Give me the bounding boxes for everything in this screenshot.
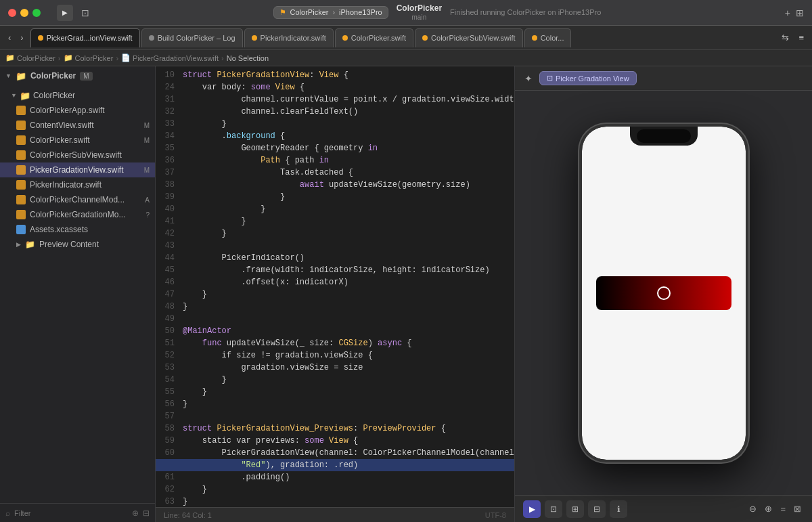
zoom-in-button[interactable]: ⊕ — [762, 502, 775, 515]
tab-1[interactable]: Build ColorPicker – Log — [141, 28, 243, 47]
sidebar-add-icon[interactable]: ⊕ — [132, 508, 139, 518]
sidebar-file-5[interactable]: PickerIndicator.swift — [0, 177, 155, 192]
line-content[interactable]: "Red"), gradation: .red) — [180, 459, 514, 471]
sidebar-file-6[interactable]: ColorPickerChannelMod...A — [0, 192, 155, 207]
breadcrumb-item-0[interactable]: 📁 ColorPicker — [5, 53, 55, 62]
sidebar-file-label: Preview Content — [39, 240, 99, 249]
tab-2[interactable]: PickerIndicator.swift — [244, 28, 334, 47]
fullscreen-button[interactable] — [32, 9, 41, 17]
code-content[interactable]: 10struct PickerGradationView: View {24 v… — [156, 66, 514, 507]
line-content[interactable] — [180, 240, 514, 252]
line-content[interactable]: Task.detached { — [180, 167, 514, 179]
line-content[interactable] — [180, 410, 514, 422]
sidebar-toggle[interactable]: ⊡ — [81, 7, 89, 18]
line-content[interactable]: channel.currentValue = point.x / gradati… — [180, 93, 514, 106]
line-content[interactable]: Path { path in — [180, 154, 514, 167]
sidebar-file-0[interactable]: ColorPickerApp.swift — [0, 103, 155, 118]
line-content[interactable]: struct PickerGradationView_Previews: Pre… — [180, 422, 514, 435]
line-content[interactable]: static var previews: some View { — [180, 435, 514, 447]
line-number: 41 — [156, 215, 180, 227]
minimize-button[interactable] — [20, 9, 28, 17]
preview-play-button[interactable]: ▶ — [523, 500, 541, 518]
sidebar-file-9[interactable]: ▶📁Preview Content — [0, 237, 155, 252]
preview-info-button[interactable]: ℹ — [610, 500, 627, 518]
forward-button[interactable]: › — [18, 31, 26, 44]
line-content[interactable]: PickerIndicator() — [180, 252, 514, 264]
tab-4[interactable]: ColorPickerSubView.swift — [415, 28, 523, 47]
preview-pin-icon[interactable]: ✦ — [523, 72, 534, 85]
tab-3[interactable]: ColorPicker.swift — [335, 28, 413, 47]
line-content[interactable]: } — [180, 215, 514, 227]
tab-0[interactable]: PickerGrad...ionView.swift — [30, 28, 140, 47]
line-content[interactable]: .padding() — [180, 471, 514, 483]
line-content[interactable]: @MainActor — [180, 325, 514, 337]
nav-icon-swap[interactable]: ⇆ — [779, 31, 792, 44]
line-content[interactable]: GeometryReader { geometry in — [180, 142, 514, 154]
traffic-lights — [8, 9, 41, 17]
sidebar-group-header[interactable]: ▼📁 ColorPicker — [0, 88, 155, 103]
line-content[interactable]: } — [180, 191, 514, 203]
iphone-screen — [582, 127, 746, 460]
breadcrumb-item-3[interactable]: No Selection — [227, 54, 269, 62]
line-content[interactable]: .background { — [180, 130, 514, 142]
sidebar-file-3[interactable]: ColorPickerSubView.swift — [0, 148, 155, 162]
sidebar-file-8[interactable]: Assets.xcassets — [0, 222, 155, 237]
zoom-out-button[interactable]: ⊖ — [746, 502, 759, 515]
line-content[interactable]: } — [180, 288, 514, 301]
line-content[interactable]: channel.clearFieldText() — [180, 106, 514, 118]
breadcrumb-sep-3: › — [221, 54, 224, 62]
preview-device-button[interactable]: ⊟ — [588, 500, 606, 518]
line-content[interactable] — [180, 313, 514, 325]
iphone-notch — [630, 127, 698, 146]
line-content[interactable]: func updateViewSize(_ size: CGSize) asyn… — [180, 337, 514, 349]
line-content[interactable]: await updateViewSize(geometry.size) — [180, 179, 514, 191]
sidebar-file-4[interactable]: PickerGradationView.swiftM — [0, 162, 155, 177]
line-content[interactable]: if size != gradation.viewSize { — [180, 349, 514, 362]
breadcrumb-item-2[interactable]: 📄 PickerGradationView.swift — [121, 53, 219, 62]
iphone-notch-pill — [637, 129, 691, 143]
sidebar-chevron[interactable]: ▼ — [5, 72, 12, 79]
svg-rect-0 — [16, 106, 26, 115]
scheme-selector[interactable]: ⚑ ColorPicker › iPhone13Pro — [273, 6, 388, 19]
line-number: 54 — [156, 374, 180, 386]
line-content[interactable]: var body: some View { — [180, 81, 514, 93]
add-tab-button[interactable]: + — [785, 7, 790, 18]
line-number: 62 — [156, 483, 180, 496]
iphone-mockup — [579, 124, 748, 462]
sidebar-file-1[interactable]: ContentView.swiftM — [0, 118, 155, 133]
line-content[interactable]: } — [180, 386, 514, 398]
line-content[interactable]: gradation.viewSize = size — [180, 362, 514, 374]
back-button[interactable]: ‹ — [5, 31, 14, 44]
split-button[interactable]: ⊞ — [796, 7, 804, 18]
close-button[interactable] — [8, 9, 16, 17]
tab-5[interactable]: Color... — [524, 28, 572, 47]
preview-frame-button[interactable]: ⊡ — [545, 500, 562, 518]
line-content[interactable]: } — [180, 203, 514, 215]
code-line: 37 Task.detached { — [156, 167, 514, 179]
preview-grid-button[interactable]: ⊞ — [566, 500, 584, 518]
zoom-actual-button[interactable]: ⊠ — [791, 502, 804, 515]
sidebar-file-7[interactable]: ColorPickerGradationMo...? — [0, 207, 155, 222]
sidebar-file-2[interactable]: ColorPicker.swiftM — [0, 133, 155, 148]
run-button[interactable]: ▶ — [57, 5, 73, 21]
filter-input[interactable] — [14, 509, 128, 517]
line-content[interactable]: .frame(width: indicatorSize, height: ind… — [180, 264, 514, 276]
sidebar-list-icon[interactable]: ⊟ — [143, 508, 150, 518]
line-content[interactable]: PickerGradationView(channel: ColorPicker… — [180, 447, 514, 459]
breadcrumb-item-1[interactable]: 📁 ColorPicker — [64, 53, 114, 62]
nav-icon-menu[interactable]: ≡ — [796, 31, 807, 44]
code-line: 60 PickerGradationView(channel: ColorPic… — [156, 447, 514, 459]
line-content[interactable]: } — [180, 374, 514, 386]
line-content[interactable]: struct PickerGradationView: View { — [180, 69, 514, 81]
zoom-fit-button[interactable]: = — [777, 502, 788, 515]
line-content[interactable]: } — [180, 301, 514, 313]
line-content[interactable]: } — [180, 118, 514, 130]
line-content[interactable]: } — [180, 483, 514, 496]
line-content[interactable]: } — [180, 398, 514, 410]
line-content[interactable]: .offset(x: indicatorX) — [180, 276, 514, 288]
preview-view-button[interactable]: ⊡ Picker Gradation View — [539, 71, 637, 85]
line-number: 24 — [156, 81, 180, 93]
line-content[interactable]: } — [180, 227, 514, 240]
sidebar-group-colorpicker: ▼📁 ColorPickerColorPickerApp.swiftConten… — [0, 87, 155, 253]
line-content[interactable]: } — [180, 496, 514, 507]
